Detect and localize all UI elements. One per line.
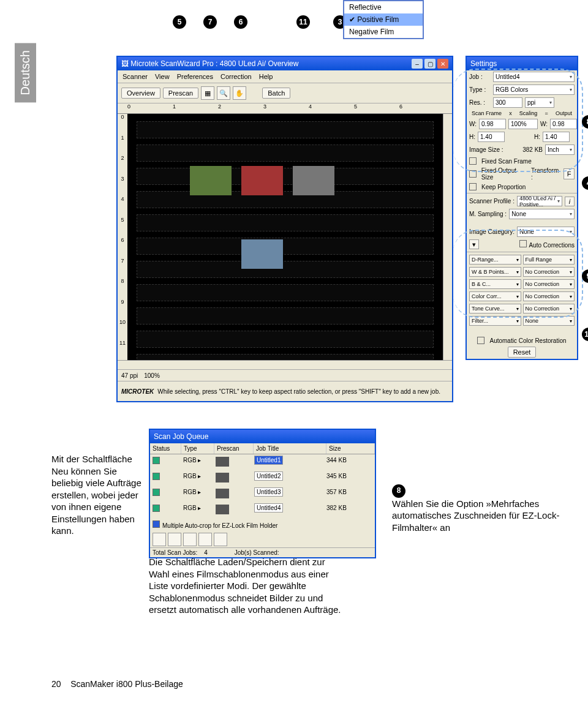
menu-scanner[interactable]: Scanner [123,73,148,80]
scanwizard-window: 🖼 Microtek ScanWizard Pro : 4800 ULed Ai… [116,56,453,402]
film-type-option[interactable]: Negative Film [344,26,423,38]
msampling-label: M. Sampling : [469,211,507,217]
job-row[interactable]: RGB ▸Untitled1344 KB [150,454,375,470]
para-autocrop: 8 Wählen Sie die Option »Mehrfaches auto… [392,484,564,533]
prescan-button[interactable]: Prescan [163,88,198,99]
profile-label: Scanner Profile : [469,198,514,205]
callout-11: 11 [296,15,310,29]
bracket-8 [453,69,583,172]
profile-select[interactable]: 4800 ULed Ai / Positive... [517,196,562,206]
close-icon[interactable]: ✕ [437,59,448,69]
toolbar: Overview Prescan ▦ 🔍 ✋ Batch [118,83,452,103]
top-callout-row: 5 7 6 11 3 [173,15,347,29]
batch-button[interactable]: Batch [262,88,290,99]
window-title: Microtek ScanWizard Pro : 4800 ULed Ai/ … [130,59,298,68]
overview-button[interactable]: Overview [121,88,160,99]
callout-9: 9 [582,269,588,283]
info-icon[interactable]: i [565,197,575,206]
preview-thumb[interactable] [293,166,334,195]
tip-text: While selecting, press "CTRL" key to kee… [157,388,440,395]
menu-help[interactable]: Help [259,73,273,80]
scrollbar-v[interactable] [443,114,452,360]
callout-10: 10 [582,328,588,341]
titlebar: 🖼 Microtek ScanWizard Pro : 4800 ULed Ai… [118,57,452,70]
preview-area[interactable] [127,114,443,360]
page-footer: 20 ScanMaker i800 Plus-Beilage [51,679,183,689]
para-new-button: Mit der Schaltfläche Neu können Sie beli… [51,453,143,537]
statusbar: 47 ppi 100% [118,369,452,381]
check-job-icon[interactable] [198,533,212,546]
job-row[interactable]: RGB ▸Untitled4382 KB [150,502,375,518]
callout-4: 4 [582,176,588,190]
acr-checkbox[interactable] [477,337,484,344]
callout-7: 7 [203,15,217,29]
menu-view[interactable]: View [155,73,170,80]
callout-8: 8 [582,115,588,129]
language-tab: Deutsch [15,43,36,102]
tipbar: MICROTEK While selecting, press "CTRL" k… [118,381,452,401]
jobqueue-header: StatusTypePrescanJob TitleSize [150,443,375,454]
preview-thumb[interactable] [190,166,232,195]
film-type-dropdown[interactable]: Reflective ✔ Positive Film Negative Film [343,0,424,39]
para-load-save: Die Schaltfläche Laden/Speichern dient z… [149,556,345,616]
bracket-9 [453,230,583,318]
film-type-option-selected[interactable]: ✔ Positive Film [344,13,423,26]
ruler-horizontal: 0123456 [118,103,452,114]
ruler-vertical: 01234567891011 [118,114,127,360]
menu-correction[interactable]: Correction [221,73,252,80]
hand-tool-icon[interactable]: ✋ [233,86,246,100]
menu-preferences[interactable]: Preferences [177,73,213,80]
preview-thumb[interactable] [241,166,283,195]
job-row[interactable]: RGB ▸Untitled2345 KB [150,470,375,486]
minimize-icon[interactable]: – [412,59,423,69]
reset-button[interactable]: Reset [508,347,537,358]
scan-job-queue: Scan Job Queue StatusTypePrescanJob Titl… [149,429,376,558]
new-job-icon[interactable] [153,533,166,546]
preview-thumb[interactable] [241,239,283,269]
maximize-icon[interactable]: ▢ [424,59,435,69]
callout-6: 6 [234,15,247,29]
del-job-icon[interactable] [183,533,197,546]
crop-tool-icon[interactable]: ▦ [201,86,214,100]
load-save-icon[interactable] [214,533,227,546]
callout-8-inline: 8 [392,484,405,498]
status-ppi: 47 ppi [121,372,138,379]
zoom-tool-icon[interactable]: 🔍 [217,86,230,100]
callout-5: 5 [173,15,186,29]
status-zoom: 100% [144,372,160,379]
autocrop-checkbox[interactable] [153,520,160,528]
msampling-select[interactable]: None [509,209,575,219]
menubar: Scanner View Preferences Correction Help [118,70,452,83]
jobqueue-titlebar: Scan Job Queue [150,430,375,443]
scrollbar-h[interactable] [118,360,452,369]
brand-label: MICROTEK [121,388,154,395]
keep-proportion-checkbox[interactable] [469,183,477,190]
dup-job-icon[interactable] [168,533,181,546]
job-row[interactable]: RGB ▸Untitled3357 KB [150,486,375,502]
app-icon: 🖼 [121,59,129,68]
film-type-option[interactable]: Reflective [344,1,423,13]
